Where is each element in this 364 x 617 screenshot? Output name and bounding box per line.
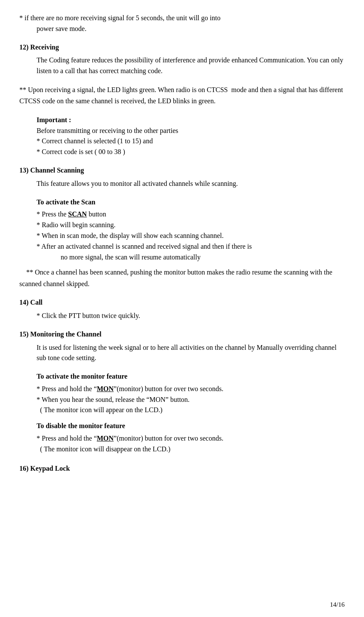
- section-14-heading: Call: [30, 299, 42, 306]
- monitor-line2: * When you hear the sound, release the “…: [37, 395, 345, 405]
- power-save-line1: * if there are no more receiving signal …: [19, 14, 220, 22]
- section-13-label: 13): [19, 167, 30, 174]
- monitor-line3: ( The monitor icon will appear on the LC…: [37, 405, 345, 416]
- sub-section-activate-scan: To activate the Scan * Press the SCAN bu…: [37, 197, 345, 263]
- page-content: * if there are no more receiving signal …: [19, 13, 345, 474]
- activate-monitor-body: * Press and hold the “MON”(monitor) butt…: [37, 384, 345, 416]
- section-16-heading: Keypad Lock: [30, 465, 70, 472]
- scan-line5: no more signal, the scan will resume aut…: [61, 252, 345, 263]
- important-label: Important :: [37, 115, 345, 126]
- section-13: 13) Channel Scanning This feature allows…: [19, 165, 345, 189]
- section-12-title: 12) Receiving: [19, 42, 345, 53]
- activate-scan-title: To activate the Scan: [37, 197, 345, 208]
- scan-line4: * After an activated channel is scanned …: [37, 241, 345, 252]
- section-14-title: 14) Call: [19, 297, 345, 308]
- section-14-body: * Click the PTT button twice quickly.: [37, 311, 345, 321]
- scan-line3: * When in scan mode, the display will sh…: [37, 231, 345, 241]
- section-13-body: This feature allows you to monitor all a…: [37, 179, 345, 189]
- section-16: 16) Keypad Lock: [19, 463, 345, 474]
- disable-line2: ( The monitor icon will disappear on the…: [37, 444, 345, 455]
- important-line2: * Correct channel is selected (1 to 15) …: [37, 136, 345, 147]
- important-line1: Before transmitting or receiving to the …: [37, 126, 345, 136]
- section-12-body: The Coding feature reduces the possibili…: [37, 55, 345, 77]
- section-14-label: 14): [19, 299, 30, 306]
- mon-word-2: MON: [97, 435, 114, 442]
- disable-line1: * Press and hold the “MON”(monitor) butt…: [37, 433, 345, 444]
- section-15-heading: Monitoring the Channel: [30, 330, 101, 338]
- section-12-heading: Receiving: [30, 43, 59, 51]
- page-number: 14/16: [330, 601, 345, 608]
- section-13-heading: Channel Scanning: [30, 167, 84, 174]
- section-15-title: 15) Monitoring the Channel: [19, 329, 345, 340]
- section-15-body: It is used for listening the week signal…: [37, 342, 345, 364]
- activate-scan-body: * Press the SCAN button * Radio will beg…: [37, 209, 345, 262]
- sub-section-activate-monitor: To activate the monitor feature * Press …: [37, 371, 345, 416]
- sub-section-disable-monitor: To disable the monitor feature * Press a…: [37, 421, 345, 454]
- section-14: 14) Call * Click the PTT button twice qu…: [19, 297, 345, 321]
- section-12-note: ** Upon receiving a signal, the LED ligh…: [19, 84, 345, 107]
- monitor-line1: * Press and hold the “MON”(monitor) butt…: [37, 384, 345, 395]
- section-13-title: 13) Channel Scanning: [19, 165, 345, 176]
- scan-line1: * Press the SCAN button: [37, 209, 345, 220]
- disable-monitor-title: To disable the monitor feature: [37, 421, 345, 432]
- section-15: 15) Monitoring the Channel It is used fo…: [19, 329, 345, 364]
- section-12: 12) Receiving The Coding feature reduces…: [19, 42, 345, 77]
- section-12-label: 12): [19, 43, 30, 51]
- section-15-label: 15): [19, 330, 30, 338]
- section-16-title: 16) Keypad Lock: [19, 463, 345, 474]
- scan-word: SCAN: [68, 210, 87, 218]
- section-13-double-note: ** Once a channel has been scanned, push…: [19, 267, 345, 290]
- activate-monitor-title: To activate the monitor feature: [37, 371, 345, 382]
- mon-word-1: MON: [97, 385, 114, 392]
- intro-power-save: * if there are no more receiving signal …: [19, 13, 345, 34]
- important-block: Important : Before transmitting or recei…: [37, 115, 345, 157]
- scan-line2: * Radio will begin scanning.: [37, 220, 345, 231]
- important-line3: * Correct code is set ( 00 to 38 ): [37, 147, 345, 157]
- disable-monitor-body: * Press and hold the “MON”(monitor) butt…: [37, 433, 345, 455]
- power-save-line2: power save mode.: [37, 24, 345, 34]
- section-16-label: 16): [19, 465, 30, 472]
